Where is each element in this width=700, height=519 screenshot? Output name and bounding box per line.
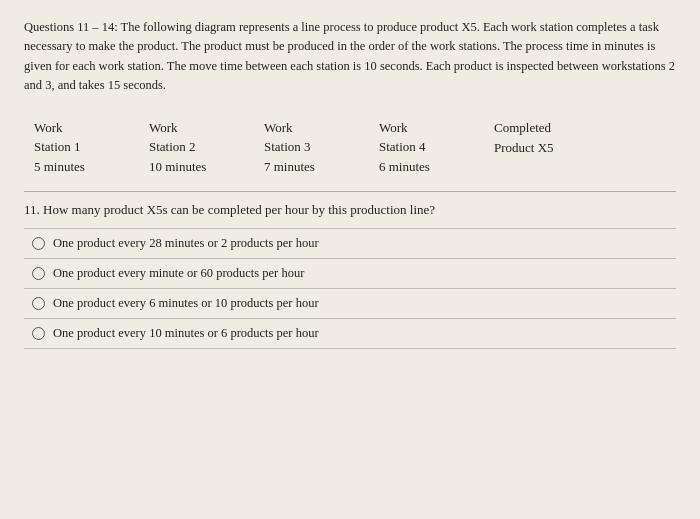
station-2-work-label: Work: [149, 118, 178, 138]
station-2-name: Station 2: [149, 137, 196, 157]
station-4-name: Station 4: [379, 137, 426, 157]
option-3[interactable]: One product every 6 minutes or 10 produc…: [24, 288, 676, 318]
option-3-label: One product every 6 minutes or 10 produc…: [53, 296, 319, 311]
station-1-name: Station 1: [34, 137, 81, 157]
radio-2-icon[interactable]: [32, 267, 45, 280]
station-1-block: Work Station 1 5 minutes: [34, 118, 149, 175]
option-4-label: One product every 10 minutes or 6 produc…: [53, 326, 319, 341]
completed-line2: Product X5: [494, 138, 554, 159]
station-1-work-label: Work: [34, 118, 63, 138]
station-3-block: Work Station 3 7 minutes: [264, 118, 379, 175]
option-4[interactable]: One product every 10 minutes or 6 produc…: [24, 318, 676, 349]
divider: [24, 191, 676, 192]
station-4-work-label: Work: [379, 118, 408, 138]
station-3-work-label: Work: [264, 118, 293, 138]
radio-4-icon[interactable]: [32, 327, 45, 340]
question-number: 11. How many product X5s can be complete…: [24, 202, 435, 217]
radio-3-icon[interactable]: [32, 297, 45, 310]
station-3-time: 7 minutes: [264, 159, 315, 175]
question-text: 11. How many product X5s can be complete…: [24, 202, 676, 218]
station-1-time: 5 minutes: [34, 159, 85, 175]
station-3-name: Station 3: [264, 137, 311, 157]
station-2-block: Work Station 2 10 minutes: [149, 118, 264, 175]
station-4-block: Work Station 4 6 minutes: [379, 118, 494, 175]
option-2-label: One product every minute or 60 products …: [53, 266, 304, 281]
options-list: One product every 28 minutes or 2 produc…: [24, 228, 676, 349]
page: Questions 11 – 14: The following diagram…: [0, 0, 700, 519]
station-2-time: 10 minutes: [149, 159, 206, 175]
option-1[interactable]: One product every 28 minutes or 2 produc…: [24, 228, 676, 258]
diagram-area: Work Station 1 5 minutes Work Station 2 …: [24, 118, 676, 175]
station-4-time: 6 minutes: [379, 159, 430, 175]
option-2[interactable]: One product every minute or 60 products …: [24, 258, 676, 288]
option-1-label: One product every 28 minutes or 2 produc…: [53, 236, 319, 251]
completed-line1: Completed: [494, 118, 551, 139]
radio-1-icon[interactable]: [32, 237, 45, 250]
completed-block: Completed Product X5: [494, 118, 594, 160]
intro-text: Questions 11 – 14: The following diagram…: [24, 18, 676, 96]
